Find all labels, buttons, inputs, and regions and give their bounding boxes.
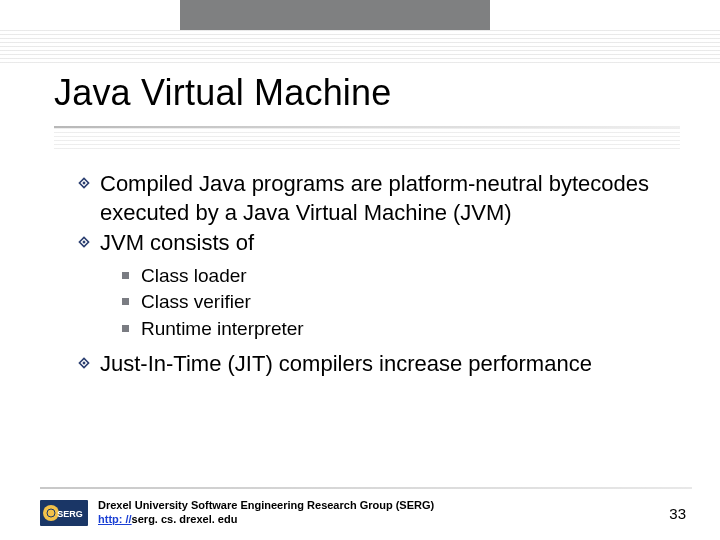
diamond-bullet-icon	[78, 177, 90, 189]
footer-link-host: serg. cs. drexel. edu	[132, 513, 238, 525]
sub-bullet-group: Class loader Class verifier Runtime inte…	[122, 264, 670, 342]
diamond-bullet-icon	[78, 357, 90, 369]
diamond-bullet-icon	[78, 236, 90, 248]
slide-title: Java Virtual Machine	[54, 72, 392, 114]
bullet-text: JVM consists of	[100, 229, 254, 258]
bullet-item: Just-In-Time (JIT) compilers increase pe…	[78, 350, 670, 379]
square-bullet-icon	[122, 298, 129, 305]
footer-attribution: Drexel University Software Engineering R…	[98, 499, 434, 527]
slide-footer: SERG Drexel University Software Engineer…	[0, 490, 720, 540]
bullet-text: Just-In-Time (JIT) compilers increase pe…	[100, 350, 592, 379]
page-number: 33	[669, 505, 692, 522]
sub-bullet-item: Class loader	[122, 264, 670, 289]
square-bullet-icon	[122, 325, 129, 332]
serg-logo: SERG	[40, 498, 88, 528]
decorative-lines-below-title	[54, 128, 680, 150]
footer-divider	[40, 487, 692, 489]
sub-bullet-item: Runtime interpreter	[122, 317, 670, 342]
svg-text:SERG: SERG	[57, 509, 83, 519]
square-bullet-icon	[122, 272, 129, 279]
sub-bullet-item: Class verifier	[122, 290, 670, 315]
bullet-text: Compiled Java programs are platform-neut…	[100, 170, 670, 227]
sub-bullet-text: Class verifier	[141, 290, 251, 315]
bullet-item: JVM consists of	[78, 229, 670, 258]
decorative-lines-top	[0, 30, 720, 66]
decorative-gray-block	[180, 0, 490, 30]
footer-link-prefix[interactable]: http: //	[98, 513, 132, 525]
bullet-item: Compiled Java programs are platform-neut…	[78, 170, 670, 227]
footer-org-name: Drexel University Software Engineering R…	[98, 499, 434, 511]
sub-bullet-text: Class loader	[141, 264, 247, 289]
decorative-top-bar	[0, 0, 720, 30]
sub-bullet-text: Runtime interpreter	[141, 317, 304, 342]
slide-content: Compiled Java programs are platform-neut…	[78, 170, 670, 380]
